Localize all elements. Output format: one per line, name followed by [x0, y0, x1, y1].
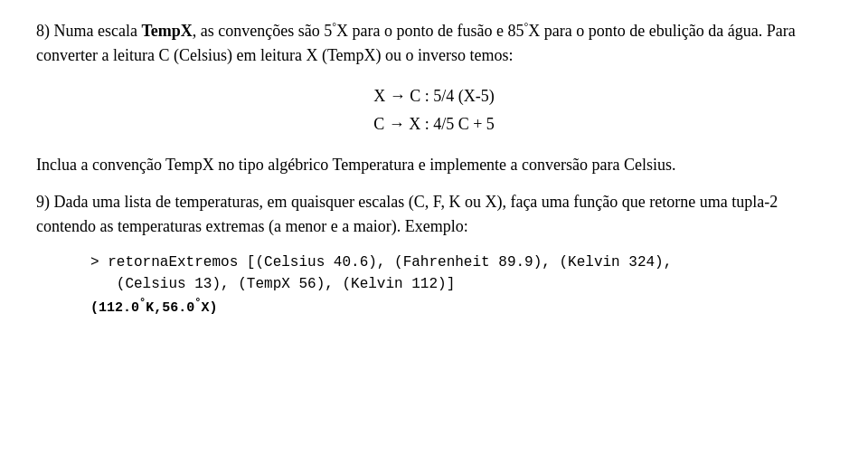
paragraph-9: 9) Dada uma lista de temperaturas, em qu…	[36, 190, 832, 239]
main-content: 8) Numa escala TempX, as convenções são …	[36, 18, 832, 319]
p8-text: 8) Numa escala TempX, as convenções são …	[36, 22, 796, 64]
formula-block: X → C : 5/4 (X-5) C → X : 4/5 C + 5	[36, 84, 832, 137]
code-line-2: (Celsius 13), (TempX 56), (Kelvin 112)]	[90, 273, 832, 295]
p9-text: 9) Dada uma lista de temperaturas, em qu…	[36, 193, 778, 235]
formula-line-1: X → C : 5/4 (X-5)	[36, 84, 832, 109]
code-block: > retornaExtremos [(Celsius 40.6), (Fahr…	[90, 252, 832, 319]
code-line-3: (112.0°K,56.0°X)	[90, 295, 832, 319]
formula-line-2: C → X : 4/5 C + 5	[36, 112, 832, 137]
p8-inclua-text: Inclua a convenção TempX no tipo algébri…	[36, 156, 676, 174]
paragraph-8: 8) Numa escala TempX, as convenções são …	[36, 18, 832, 68]
paragraph-8-inclua: Inclua a convenção TempX no tipo algébri…	[36, 153, 832, 177]
code-line-1: > retornaExtremos [(Celsius 40.6), (Fahr…	[90, 252, 832, 273]
